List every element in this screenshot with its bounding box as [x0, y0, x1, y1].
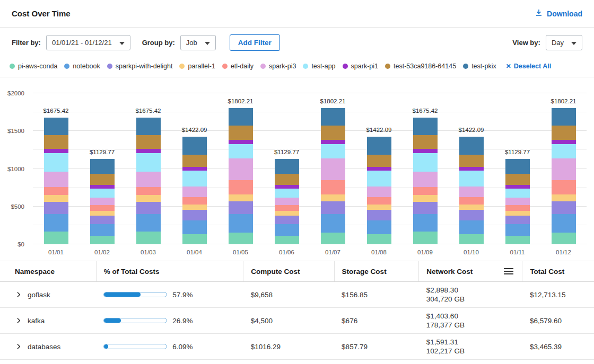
legend-item-pi-aws-conda[interactable]: pi-aws-conda: [10, 63, 57, 70]
bar-segment-pi-aws-conda[interactable]: [552, 233, 576, 244]
bar-segment-test-pkix[interactable]: [44, 118, 68, 135]
bar-segment-test-53ca9186-64145[interactable]: [552, 126, 576, 140]
bar-segment-sparkpi-with-delight[interactable]: [505, 216, 530, 224]
bar-segment-spark-pi3[interactable]: [505, 198, 530, 205]
bar-segment-notebook[interactable]: [413, 214, 438, 232]
bar-segment-test-pkix[interactable]: [552, 108, 576, 126]
group-by-select[interactable]: Job: [180, 35, 216, 50]
bar-segment-sparkpi-with-delight[interactable]: [229, 201, 253, 214]
bar-segment-test-pkix[interactable]: [229, 108, 253, 126]
bar-01/03[interactable]: $1675.42: [136, 118, 161, 244]
view-by-select[interactable]: Day: [546, 35, 582, 50]
bar-segment-test-pkix[interactable]: [367, 137, 391, 155]
bar-segment-parallel-1[interactable]: [136, 195, 161, 202]
bar-01/08[interactable]: $1422.09: [367, 137, 391, 244]
bar-segment-pi-aws-conda[interactable]: [275, 236, 299, 244]
bar-segment-pi-aws-conda[interactable]: [321, 233, 345, 244]
bar-segment-spark-pi3[interactable]: [182, 187, 207, 197]
legend-item-spark-pi1[interactable]: spark-pi1: [343, 63, 378, 70]
bar-segment-test-53ca9186-64145[interactable]: [367, 155, 391, 167]
bar-01/04[interactable]: $1422.09: [182, 137, 207, 244]
legend-item-spark-pi3[interactable]: spark-pi3: [260, 63, 296, 70]
bar-segment-test-53ca9186-64145[interactable]: [321, 126, 345, 140]
date-range-select[interactable]: 01/01/21 - 01/12/21: [46, 35, 130, 50]
bar-segment-notebook[interactable]: [182, 220, 207, 234]
bar-segment-test-app[interactable]: [367, 171, 391, 187]
legend-item-test-53ca9186-64145[interactable]: test-53ca9186-64145: [385, 63, 456, 70]
bar-segment-pi-aws-conda[interactable]: [182, 234, 207, 244]
bar-segment-test-app[interactable]: [552, 144, 576, 158]
legend-item-test-pkix[interactable]: test-pkix: [463, 63, 496, 70]
bar-segment-sparkpi-with-delight[interactable]: [44, 202, 68, 214]
bar-segment-test-53ca9186-64145[interactable]: [229, 126, 253, 140]
bar-segment-test-pkix[interactable]: [321, 108, 345, 126]
bar-segment-test-app[interactable]: [505, 189, 530, 198]
bar-segment-spark-pi1[interactable]: [182, 167, 207, 171]
bar-segment-spark-pi3[interactable]: [367, 187, 391, 197]
bar-01/05[interactable]: $1802.21: [229, 108, 253, 244]
bar-segment-spark-pi3[interactable]: [229, 158, 253, 180]
bar-segment-spark-pi1[interactable]: [459, 167, 484, 171]
bar-segment-pi-aws-conda[interactable]: [459, 234, 484, 244]
bar-segment-parallel-1[interactable]: [44, 195, 68, 202]
bar-segment-parallel-1[interactable]: [321, 194, 345, 201]
add-filter-button[interactable]: Add Filter: [230, 34, 280, 51]
bar-segment-spark-pi1[interactable]: [229, 140, 253, 144]
bar-segment-test-53ca9186-64145[interactable]: [44, 135, 68, 149]
bar-segment-parallel-1[interactable]: [275, 211, 299, 216]
bar-segment-spark-pi3[interactable]: [44, 172, 68, 187]
legend-item-etl-daily[interactable]: etl-daily: [222, 63, 254, 70]
bar-segment-spark-pi3[interactable]: [459, 187, 484, 197]
bar-segment-spark-pi1[interactable]: [367, 167, 391, 171]
bar-01/10[interactable]: $1422.09: [459, 137, 484, 244]
bar-segment-pi-aws-conda[interactable]: [44, 232, 68, 244]
bar-segment-test-pkix[interactable]: [459, 137, 484, 155]
bar-segment-parallel-1[interactable]: [552, 194, 576, 201]
bar-segment-spark-pi3[interactable]: [275, 198, 299, 205]
bar-segment-test-app[interactable]: [321, 144, 345, 158]
bar-segment-etl-daily[interactable]: [229, 180, 253, 194]
bar-segment-test-app[interactable]: [182, 171, 207, 187]
bar-segment-notebook[interactable]: [275, 224, 299, 236]
bar-segment-test-pkix[interactable]: [275, 159, 299, 174]
bar-segment-sparkpi-with-delight[interactable]: [367, 210, 391, 220]
bar-segment-sparkpi-with-delight[interactable]: [182, 210, 207, 220]
bar-segment-etl-daily[interactable]: [413, 187, 438, 196]
bar-segment-parallel-1[interactable]: [459, 205, 484, 210]
bar-segment-test-53ca9186-64145[interactable]: [413, 135, 438, 149]
deselect-all-button[interactable]: ✕ Deselect All: [506, 63, 551, 70]
bar-segment-etl-daily[interactable]: [182, 197, 207, 205]
bar-01/11[interactable]: $1129.77: [505, 159, 530, 244]
bar-segment-sparkpi-with-delight[interactable]: [413, 202, 438, 214]
bar-segment-spark-pi3[interactable]: [90, 198, 115, 205]
bar-segment-test-app[interactable]: [90, 189, 115, 198]
bar-segment-test-app[interactable]: [413, 153, 438, 172]
bar-segment-spark-pi3[interactable]: [552, 158, 576, 180]
bar-segment-etl-daily[interactable]: [136, 187, 161, 196]
download-button[interactable]: Download: [535, 8, 582, 19]
bar-segment-test-app[interactable]: [275, 189, 299, 198]
bar-segment-pi-aws-conda[interactable]: [505, 236, 530, 244]
bar-segment-test-53ca9186-64145[interactable]: [90, 174, 115, 185]
bar-segment-etl-daily[interactable]: [275, 205, 299, 211]
bar-segment-sparkpi-with-delight[interactable]: [552, 201, 576, 214]
bar-segment-spark-pi1[interactable]: [413, 149, 438, 153]
chevron-right-icon[interactable]: [15, 291, 22, 298]
bar-segment-pi-aws-conda[interactable]: [136, 232, 161, 244]
bar-segment-etl-daily[interactable]: [321, 180, 345, 194]
bar-segment-spark-pi1[interactable]: [552, 140, 576, 144]
bar-01/12[interactable]: $1802.21: [552, 108, 576, 244]
bar-segment-notebook[interactable]: [459, 220, 484, 234]
legend-item-test-app[interactable]: test-app: [303, 63, 335, 70]
bar-01/06[interactable]: $1129.77: [275, 159, 299, 244]
bar-segment-etl-daily[interactable]: [459, 197, 484, 205]
bar-segment-notebook[interactable]: [44, 214, 68, 232]
menu-icon[interactable]: [503, 267, 514, 276]
bar-segment-parallel-1[interactable]: [367, 205, 391, 210]
bar-segment-spark-pi3[interactable]: [321, 158, 345, 180]
bar-segment-test-app[interactable]: [136, 153, 161, 172]
bar-segment-spark-pi1[interactable]: [44, 149, 68, 153]
bar-segment-etl-daily[interactable]: [44, 187, 68, 196]
bar-segment-sparkpi-with-delight[interactable]: [275, 216, 299, 224]
chevron-right-icon[interactable]: [15, 343, 22, 350]
